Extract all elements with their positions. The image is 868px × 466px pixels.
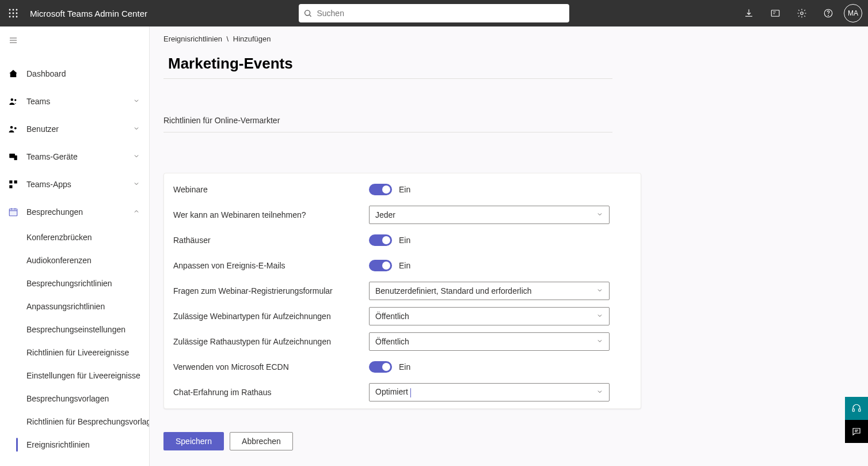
setting-label: Webinare [173, 185, 369, 194]
sidebar-item-label: Dashboard [26, 69, 141, 78]
chevron-down-icon [596, 337, 603, 346]
sidebar-item-label: Benutzer [26, 124, 133, 134]
sidebar-item-teams[interactable]: Teams [0, 88, 149, 115]
setting-label: Zulässige Webinartypen für Aufzeichnunge… [173, 312, 369, 321]
sidebar-item-label: Besprechungen [26, 207, 133, 217]
select-value: Optimiert [375, 387, 411, 397]
toggle-state-label: Ein [399, 261, 410, 270]
sidebar-subitem[interactable]: Audiokonferenzen [0, 249, 149, 272]
avatar[interactable]: MA [844, 4, 862, 22]
sidebar-subitem[interactable]: Anpassungsrichtlinien [0, 295, 149, 318]
setting-row: Chat-Erfahrung im RathausOptimiert [164, 380, 641, 405]
select-dropdown[interactable]: Öffentlich [369, 332, 610, 351]
svg-rect-11 [771, 10, 779, 17]
sidebar-subitem[interactable]: Richtlinien für Besprechungsvorlagen [0, 410, 149, 433]
toggle-switch[interactable] [369, 361, 392, 373]
support-headset-icon[interactable] [845, 397, 868, 420]
sidebar-subitem[interactable]: Besprechungsrichtlinien [0, 272, 149, 295]
svg-point-20 [10, 126, 13, 129]
header-actions: MA [736, 0, 868, 26]
sidebar-subitem[interactable]: Einstellungen für Liveereignisse [0, 364, 149, 387]
toggle-state-label: Ein [399, 362, 410, 372]
app-launcher-icon[interactable] [0, 0, 26, 26]
select-dropdown[interactable]: Jeder [369, 206, 610, 224]
svg-point-3 [9, 13, 11, 14]
sidebar-subitem[interactable]: Besprechungsvorlagen [0, 387, 149, 410]
svg-rect-24 [9, 180, 12, 183]
sidebar-subitem[interactable]: Besprechungseinstellungen [0, 318, 149, 341]
svg-point-2 [16, 9, 18, 11]
svg-point-12 [801, 12, 804, 15]
breadcrumb-current: Hinzufügen [233, 35, 271, 43]
divider [163, 78, 612, 79]
select-dropdown[interactable]: Öffentlich [369, 307, 610, 325]
feedback-chat-icon[interactable] [845, 420, 868, 443]
global-header: Microsoft Teams Admin Center MA [0, 0, 868, 26]
teams-icon [0, 96, 26, 107]
svg-rect-26 [9, 185, 12, 188]
setting-label: Wer kann an Webinaren teilnehmen? [173, 210, 369, 219]
chevron-down-icon [596, 210, 603, 219]
download-icon[interactable] [736, 0, 762, 26]
breadcrumb-parent[interactable]: Ereignisrichtlinien [163, 35, 222, 43]
apps-icon [0, 179, 26, 190]
setting-row: Verwenden von Microsoft ECDNEin [164, 354, 641, 380]
nav-toggle-icon[interactable] [0, 26, 26, 54]
svg-rect-32 [859, 409, 861, 412]
chevron-down-icon [133, 180, 141, 189]
sidebar-item-teams-apps[interactable]: Teams-Apps [0, 171, 149, 198]
chevron-down-icon [596, 388, 603, 397]
setting-row: WebinareEin [164, 177, 641, 202]
chevron-down-icon [596, 312, 603, 321]
select-value: Öffentlich [375, 337, 409, 346]
setting-row: Wer kann an Webinaren teilnehmen?Jeder [164, 202, 641, 228]
promo-icon[interactable] [762, 0, 789, 26]
sidebar-subitem[interactable]: Richtlinien für Liveereignisse [0, 341, 149, 364]
floating-actions [845, 397, 868, 443]
select-value: Öffentlich [375, 312, 409, 321]
breadcrumb-separator: \ [227, 35, 229, 43]
sidebar-item-besprechungen[interactable]: Besprechungen [0, 198, 149, 226]
search-input[interactable] [312, 9, 565, 18]
sidebar-item-dashboard[interactable]: Dashboard [0, 60, 149, 88]
sidebar-subitem[interactable]: Konferenzbrücken [0, 226, 149, 249]
toggle-switch[interactable] [369, 260, 392, 271]
sidebar-subitem[interactable]: Ereignisrichtlinien [0, 433, 149, 456]
help-icon[interactable] [815, 0, 842, 26]
description-label: Richtlinien für Online-Vermarkter [163, 116, 612, 125]
chevron-down-icon [596, 286, 603, 295]
sidebar-item-benutzer[interactable]: Benutzer [0, 115, 149, 143]
setting-label: Rathäuser [173, 236, 369, 245]
setting-row: Fragen zum Webinar-Registrierungsformula… [164, 278, 641, 304]
setting-label: Verwenden von Microsoft ECDN [173, 362, 369, 372]
settings-icon[interactable] [789, 0, 815, 26]
setting-label: Zulässige Rathaustypen für Aufzeichnunge… [173, 337, 369, 346]
svg-point-5 [16, 13, 18, 14]
save-button-label: Speichern [176, 437, 212, 446]
select-dropdown[interactable]: Benutzerdefiniert, Standard und erforder… [369, 282, 610, 300]
sidebar-item-teams-geräte[interactable]: Teams-Geräte [0, 143, 149, 171]
setting-label: Anpassen von Ereignis-E-Mails [173, 261, 369, 270]
sidebar-item-label: Teams-Apps [26, 180, 133, 189]
setting-row: Anpassen von Ereignis-E-MailsEin [164, 253, 641, 278]
divider [163, 132, 612, 132]
sidebar-item-label: Teams-Geräte [26, 152, 133, 161]
setting-label: Chat-Erfahrung im Rathaus [173, 388, 369, 397]
toggle-switch[interactable] [369, 184, 392, 195]
svg-point-9 [305, 10, 310, 16]
save-button[interactable]: Speichern [163, 432, 224, 450]
select-dropdown[interactable]: Optimiert [369, 383, 610, 401]
users-icon [0, 124, 26, 134]
breadcrumb: Ereignisrichtlinien \ Hinzufügen [150, 26, 868, 49]
toggle-switch[interactable] [369, 234, 392, 246]
cancel-button[interactable]: Abbrechen [230, 432, 293, 450]
svg-rect-27 [9, 209, 17, 216]
select-value: Benutzerdefiniert, Standard und erforder… [375, 286, 532, 295]
chevron-down-icon [133, 97, 141, 106]
svg-point-7 [13, 16, 14, 18]
search-icon [303, 9, 312, 18]
svg-point-8 [16, 16, 18, 18]
search-box[interactable] [299, 4, 569, 22]
svg-rect-31 [852, 409, 854, 412]
svg-point-0 [9, 9, 11, 11]
